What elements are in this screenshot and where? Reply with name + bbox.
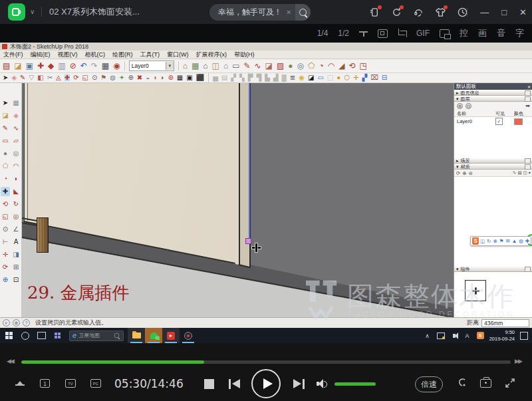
tool-icon[interactable]: ◎ (11, 149, 21, 158)
toolbar-icon[interactable]: ⟲ (348, 62, 355, 70)
credits-icon[interactable]: ⊕ (13, 319, 20, 327)
toolbar-icon[interactable]: ⊘ (70, 62, 76, 70)
toolbar-icon[interactable]: ✂ (47, 74, 53, 81)
collapse-box[interactable] (525, 267, 531, 272)
toolbar-icon[interactable]: ▤ (221, 74, 227, 81)
volume-icon[interactable] (450, 332, 458, 340)
toolbar-icon[interactable]: ● (336, 74, 340, 81)
toolbar-icon[interactable]: ▦ (192, 62, 199, 70)
tool-icon[interactable]: ◣ (11, 187, 21, 196)
section-components[interactable]: ▾ 组件 (454, 266, 532, 272)
mini-window-icon[interactable] (378, 29, 388, 38)
toolbar-icon[interactable]: ▭ (317, 74, 323, 81)
visible-checkbox[interactable]: ✓ (495, 118, 503, 125)
toolbar-icon[interactable]: ◉ (299, 74, 305, 81)
tool-icon[interactable]: ∠ (11, 225, 21, 234)
toolbar-icon[interactable]: ⊟ (382, 74, 387, 81)
toolbar-icon[interactable]: ▙ (265, 74, 270, 81)
selected-metal-insert[interactable] (245, 238, 251, 244)
stop-button[interactable] (204, 379, 214, 389)
close-button[interactable]: ✕ (519, 7, 527, 17)
progress-bar[interactable] (21, 360, 511, 364)
toolbar-icon[interactable]: ◎ (297, 62, 304, 70)
toolbar-icon[interactable]: ⌂ (183, 62, 188, 70)
toolbar-icon[interactable]: ▞ (362, 74, 367, 81)
layer-color-swatch[interactable] (514, 118, 523, 125)
rewind-icon[interactable]: ◀◀ (7, 358, 13, 364)
play-order-icon[interactable]: 1 (40, 379, 50, 388)
menu-item[interactable]: 窗口(W) (167, 52, 189, 58)
tool-icon[interactable]: ◱ (1, 212, 10, 221)
tool-icon[interactable]: ⟳ (1, 263, 10, 272)
open-file-icon[interactable] (15, 377, 25, 386)
tool-icon[interactable]: ⬠ (1, 162, 10, 171)
suapp-icon[interactable]: ▲ (512, 239, 517, 244)
toolbar-icon[interactable]: ◬ (56, 74, 61, 81)
toolbar-icon[interactable]: ∿ (255, 62, 261, 70)
tool-icon[interactable]: ▱ (11, 136, 21, 146)
cast-to-tv-icon[interactable]: TV (65, 379, 76, 388)
clear-search-icon[interactable]: ✕ (282, 9, 295, 16)
toolbar-icon[interactable]: ◍ (110, 74, 116, 81)
menu-item[interactable]: 帮助(H) (234, 52, 255, 58)
tray-expand-icon[interactable]: ∧ (424, 332, 432, 340)
toolbar-icon[interactable]: ▓ (282, 74, 287, 81)
tool-icon[interactable]: ✚ (1, 187, 10, 196)
toolbar-icon[interactable]: ✎ (243, 62, 250, 70)
suapp-icon[interactable]: ⊕ (493, 239, 497, 244)
tool-icon[interactable]: ⊙ (1, 225, 10, 234)
toolbar-icon[interactable]: ▥ (58, 62, 65, 70)
tool-icon[interactable]: ◗ (11, 174, 21, 184)
layer-detail-arrow[interactable]: ➡ (525, 103, 530, 109)
section-layers[interactable]: ▾ 图层 (454, 96, 532, 102)
tool-icon[interactable]: A (11, 237, 21, 247)
menu-item[interactable]: 绘图(R) (112, 52, 133, 58)
toolbar-icon[interactable]: ▭ (232, 62, 239, 70)
suapp-icon[interactable]: ⚑ (499, 239, 504, 244)
materials-option-icon[interactable]: ▤ (517, 170, 521, 176)
toolbar-icon[interactable]: ▚ (239, 74, 245, 81)
search-text[interactable]: 幸福，触手可及！ (209, 7, 282, 18)
tool-icon[interactable]: ▦ (11, 98, 21, 108)
start-button[interactable] (0, 328, 17, 343)
toolbar-icon[interactable]: ↷ (91, 62, 98, 70)
skin-tshirt-icon[interactable] (434, 6, 446, 18)
toolbar-icon[interactable]: ▜ (256, 74, 261, 81)
toolbar-icon[interactable]: ◗ (160, 74, 164, 81)
tool-icon[interactable]: ⊞ (11, 263, 21, 272)
tool-icon[interactable]: ➤ (1, 98, 10, 108)
geolocation-icon[interactable]: ◐ (3, 319, 10, 327)
toolbar-icon[interactable]: ⬚ (327, 74, 333, 81)
toolbar-icon[interactable]: ▨ (277, 62, 284, 70)
taskbar-search-box[interactable]: e 卫星地图 (69, 331, 124, 341)
toolbar-icon[interactable]: ⊙ (92, 74, 97, 81)
collapse-box[interactable] (525, 158, 531, 164)
toolbar-icon[interactable]: ▽ (29, 74, 34, 81)
toolbar-icon[interactable]: ◧ (37, 74, 43, 81)
picture-setting-button[interactable]: 画 (478, 27, 487, 39)
cast-icon[interactable] (368, 6, 380, 18)
maximize-button[interactable]: □ (501, 7, 507, 17)
collapse-box[interactable] (525, 90, 531, 96)
volume-icon[interactable] (317, 379, 329, 388)
search-button[interactable] (295, 4, 311, 21)
search-input[interactable]: 幸福，触手可及！ ✕ (209, 4, 311, 21)
suapp-icon[interactable]: ↻ (487, 239, 491, 244)
collapse-box[interactable] (525, 96, 531, 102)
recorder-app-taskbar-icon[interactable]: ▸ (162, 328, 180, 343)
suapp-icon[interactable]: ◫ (480, 239, 485, 244)
toolbar-icon[interactable]: ▣ (26, 62, 33, 70)
headset-icon[interactable] (412, 6, 424, 18)
toolbar-icon[interactable]: ◪ (308, 74, 314, 81)
input-method-indicator[interactable]: A (464, 332, 471, 340)
materials-option-icon[interactable]: ▾ (529, 170, 531, 176)
gesture-control-icon[interactable] (456, 377, 468, 389)
tool-icon[interactable]: ◔ (1, 174, 10, 184)
fast-forward-icon[interactable]: ▶▶ (515, 358, 521, 364)
cortana-button[interactable] (17, 328, 33, 343)
app-grid-icon[interactable] (49, 328, 65, 343)
display-icon[interactable] (437, 332, 445, 340)
tool-icon[interactable]: ◨ (11, 250, 21, 259)
toolbar-icon[interactable]: ◫ (212, 62, 219, 70)
toolbar-icon[interactable]: ⟳ (73, 74, 78, 81)
